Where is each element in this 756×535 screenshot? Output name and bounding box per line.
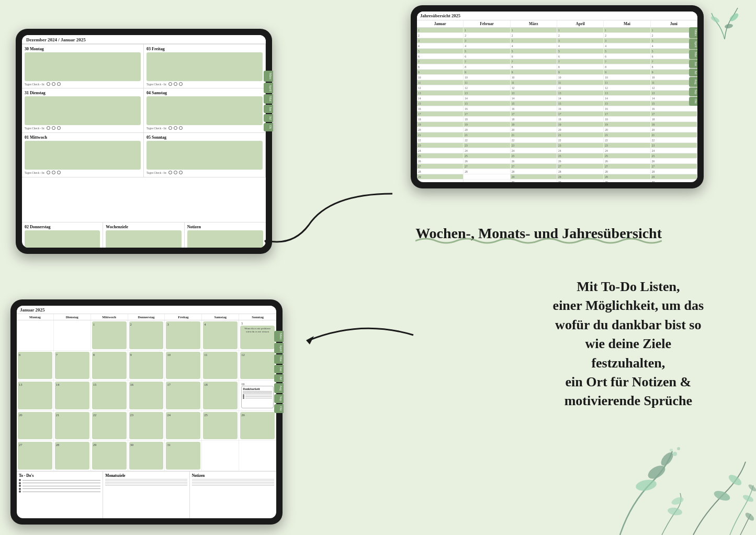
annual-week-row: 19: [511, 122, 557, 127]
tab-aug[interactable]: Ok: [264, 123, 273, 131]
day-box-1: [25, 52, 141, 81]
annual-week-row: 6: [604, 54, 650, 59]
day-box-3: [25, 96, 141, 125]
annual-week-row: 20: [417, 127, 463, 132]
annual-screen: Jahresübersicht 2025 Januar Februar März…: [417, 12, 697, 182]
annual-week-row: 27: [651, 164, 697, 169]
annual-tab-4[interactable]: Jun: [689, 60, 697, 68]
annual-week-row: 21: [651, 132, 697, 138]
svg-point-6: [727, 473, 743, 487]
main-label: Wochen-, Monats- und Jahresübersicht: [415, 225, 662, 242]
weekly-title: Dezember 2024 / Januar 2025: [26, 37, 86, 42]
annual-week-row: 30: [557, 180, 603, 182]
annual-week-row: 29: [604, 174, 650, 180]
check-6: Tages Check - In:: [146, 171, 263, 174]
last-box-1: [25, 230, 100, 248]
m-tab-7[interactable]: Sep: [274, 394, 284, 403]
tab-jul[interactable]: Jul: [264, 114, 273, 122]
annual-week-row: 22: [557, 138, 603, 143]
annual-tab-5[interactable]: Jul: [689, 69, 697, 76]
annual-week-row: 17: [464, 112, 510, 117]
weekly-header: Dezember 2024 / Januar 2025: [22, 35, 266, 44]
annual-week-row: 19: [464, 122, 510, 127]
annual-week-row: 4: [464, 43, 510, 49]
annual-week-row: 27: [464, 164, 510, 169]
goal-line-1: [105, 479, 187, 480]
check-5: Tages Check - In:: [25, 171, 141, 174]
annual-week-row: 5: [511, 49, 557, 54]
tab-april[interactable]: April: [264, 83, 273, 94]
cal-day-23: 23: [128, 411, 165, 441]
annual-week-row: 2: [464, 33, 510, 38]
annual-week-row: 7: [511, 59, 557, 64]
m-tab-6[interactable]: Aug: [274, 383, 284, 393]
annual-week-row: 11: [557, 80, 603, 85]
tab-juni[interactable]: Jun: [264, 105, 273, 113]
cal-day-24: 24: [165, 411, 202, 441]
m-tab-8[interactable]: Okt: [274, 404, 284, 413]
dot-line-2: [19, 482, 100, 484]
m-tab-5[interactable]: Jul: [274, 374, 284, 382]
annual-week-row: 28: [651, 169, 697, 174]
annual-week-row: 22: [604, 138, 650, 143]
svg-point-10: [673, 452, 677, 456]
annual-week-row: 25: [651, 153, 697, 159]
annual-week-row: 9: [557, 70, 603, 75]
dow-fre: Freitag: [165, 314, 202, 320]
svg-point-7: [671, 496, 685, 506]
cal-day-2: 2: [128, 320, 165, 351]
annual-week-row: 11: [511, 80, 557, 85]
dow-row: Montag Dienstag Mittwoch Donnerstag Frei…: [17, 314, 276, 320]
annual-tab-8[interactable]: Okt: [689, 97, 697, 106]
annual-tab-6[interactable]: Aug: [689, 77, 697, 86]
annual-week-row: 3: [604, 38, 650, 43]
cal-day-13: 13: [17, 381, 54, 411]
annual-week-row: 2: [557, 33, 603, 38]
todo-section: To - Do's: [17, 472, 103, 518]
cal-empty-end: [239, 441, 276, 471]
month-mar: März: [511, 20, 557, 27]
annual-week-row: 18: [651, 117, 697, 122]
tab-maerz[interactable]: März: [264, 71, 273, 82]
check-circle: [52, 82, 55, 86]
annual-week-row: 9: [511, 70, 557, 75]
annual-week-row: 19: [557, 122, 603, 127]
svg-point-9: [744, 511, 755, 522]
annual-week-row: 22: [464, 138, 510, 143]
annual-week-row: 16: [557, 106, 603, 112]
annual-week-row: 16: [604, 106, 650, 112]
goal-line-2: [105, 481, 187, 481]
dow-mon: Montag: [17, 314, 54, 320]
annual-tab-3[interactable]: Mai: [689, 50, 697, 59]
annual-week-row: 13: [511, 91, 557, 96]
annual-tab-1[interactable]: März: [689, 27, 697, 38]
annual-week-row: 12: [417, 85, 463, 91]
annual-week-row: 28: [511, 169, 557, 174]
dot-line-3: [19, 485, 100, 487]
annual-week-row: 7: [557, 59, 603, 64]
dow-mit: Mittwoch: [91, 314, 128, 320]
last-cell-1: 02 Donnerstag Tages Check - In:: [22, 222, 103, 248]
annual-week-row: 16: [651, 106, 697, 112]
note-line-5: [192, 485, 274, 486]
annual-tab-7[interactable]: Sep: [689, 87, 697, 96]
month-jan: Januar: [417, 20, 464, 27]
svg-point-5: [713, 489, 731, 503]
annual-week-row: 18: [604, 117, 650, 122]
annual-week-row: 4: [557, 43, 603, 49]
day-cell-5: 01 Mittwoch Tages Check - In:: [22, 133, 144, 177]
annual-week-row: 30: [604, 180, 650, 182]
annual-week-row: 23: [604, 143, 650, 148]
annual-week-row: 4: [417, 43, 463, 49]
cal-day-15: 15: [91, 381, 128, 411]
annual-week-row: 24: [651, 148, 697, 153]
annual-week-row: 14: [511, 96, 557, 101]
annual-week-row: 18: [511, 117, 557, 122]
annual-tab-2[interactable]: April: [689, 39, 697, 50]
tab-mai[interactable]: Mai: [264, 94, 273, 104]
weekly-tab-strip: März April Mai Jun Jul Ok: [264, 71, 273, 131]
cal-day-10: 10: [165, 351, 202, 381]
m-tab-4[interactable]: Jun: [274, 365, 284, 373]
cal-day-8: 8: [91, 351, 128, 381]
annual-week-row: 29: [417, 174, 463, 180]
